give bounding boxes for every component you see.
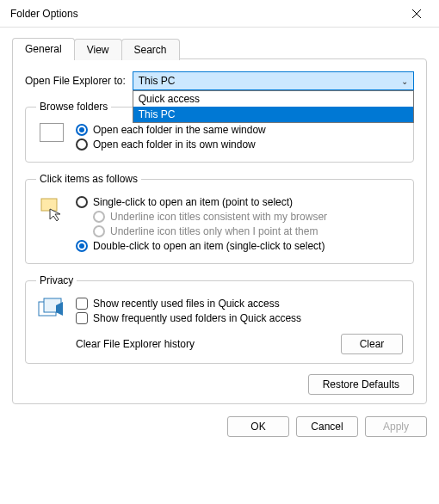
browse-folders-icon (36, 121, 67, 153)
radio-own-window-label: Open each folder in its own window (93, 138, 256, 151)
dialog-button-bar: OK Cancel Apply (0, 404, 439, 447)
radio-underline-browser-label: Underline icon titles consistent with my… (110, 211, 327, 223)
radio-icon (76, 196, 88, 208)
radio-underline-point-label: Underline icon titles only when I point … (110, 225, 318, 237)
radio-double-click[interactable]: Double-click to open an item (single-cli… (76, 240, 403, 252)
privacy-group: Privacy Show recently used files in Quic… (25, 274, 414, 364)
window-title: Folder Options (10, 8, 398, 20)
click-items-legend: Click items as follows (36, 173, 141, 185)
tab-panel-general: Open File Explorer to: This PC ⌄ Quick a… (12, 58, 427, 404)
open-explorer-value: This PC (139, 75, 176, 87)
dropdown-option-this-pc[interactable]: This PC (133, 107, 413, 122)
privacy-legend: Privacy (36, 274, 77, 286)
check-frequent-folders[interactable]: Show frequently used folders in Quick ac… (76, 312, 403, 324)
radio-own-window[interactable]: Open each folder in its own window (76, 138, 403, 151)
check-recent-files-label: Show recently used files in Quick access (93, 298, 280, 310)
apply-button: Apply (365, 416, 427, 437)
radio-icon (93, 211, 105, 223)
checkbox-icon (76, 298, 88, 310)
dropdown-option-quick-access[interactable]: Quick access (133, 91, 413, 107)
tab-search[interactable]: Search (121, 39, 180, 60)
restore-defaults-button[interactable]: Restore Defaults (308, 374, 414, 395)
close-icon (411, 9, 422, 19)
check-recent-files[interactable]: Show recently used files in Quick access (76, 298, 403, 310)
privacy-icon (37, 297, 66, 321)
tab-general[interactable]: General (12, 38, 75, 59)
radio-icon (76, 138, 88, 151)
open-explorer-dropdown: Quick access This PC (133, 90, 414, 123)
radio-underline-point: Underline icon titles only when I point … (93, 225, 403, 237)
click-cursor-icon (38, 195, 65, 223)
clear-button[interactable]: Clear (341, 334, 403, 354)
open-explorer-label: Open File Explorer to: (25, 75, 126, 87)
cancel-button[interactable]: Cancel (296, 416, 358, 437)
title-bar: Folder Options (0, 0, 439, 28)
close-button[interactable] (398, 1, 436, 27)
ok-button[interactable]: OK (227, 416, 289, 437)
tab-view[interactable]: View (74, 39, 122, 60)
radio-icon (93, 225, 105, 237)
checkbox-icon (76, 312, 88, 324)
open-explorer-combo[interactable]: This PC ⌄ (133, 71, 414, 90)
svg-rect-0 (41, 199, 57, 211)
radio-double-click-label: Double-click to open an item (single-cli… (93, 240, 325, 252)
radio-single-click-label: Single-click to open an item (point to s… (93, 196, 293, 208)
folder-icon (40, 123, 64, 142)
tab-strip: General View Search (12, 38, 427, 59)
chevron-down-icon: ⌄ (401, 77, 408, 86)
radio-icon (76, 124, 88, 136)
radio-icon (76, 240, 88, 252)
privacy-icon-slot (36, 295, 67, 327)
radio-single-click[interactable]: Single-click to open an item (point to s… (76, 196, 403, 208)
clear-history-label: Clear File Explorer history (76, 338, 195, 350)
radio-underline-browser: Underline icon titles consistent with my… (93, 211, 403, 223)
radio-same-window-label: Open each folder in the same window (93, 124, 266, 136)
click-items-icon (36, 194, 67, 255)
check-frequent-folders-label: Show frequently used folders in Quick ac… (93, 312, 301, 324)
click-items-group: Click items as follows Single-click to o… (25, 173, 414, 264)
browse-folders-legend: Browse folders (36, 101, 111, 113)
radio-same-window[interactable]: Open each folder in the same window (76, 124, 403, 136)
